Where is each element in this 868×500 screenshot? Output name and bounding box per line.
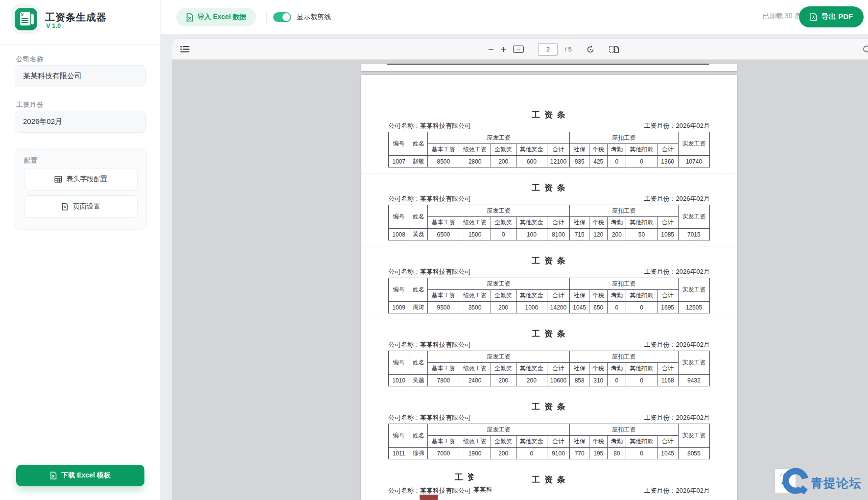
pdf-page: 工 资 条 公司名称：某某科技有限公司 工资月份：2026年02月 编号 姓名 …: [361, 75, 737, 500]
page-settings-button[interactable]: 页面设置: [24, 195, 138, 218]
app-logo-icon: [15, 8, 37, 30]
render-artifact-box: [473, 473, 503, 486]
payslip-section: 工 资 条 公司名称：某某科技有限公司 工资月份：2026年02月 编号 姓名 …: [361, 319, 737, 392]
toolbar-separator: [602, 45, 602, 54]
payslip-section: 工 资 条 公司名称：某某科技有限公司 工资月份：2026年02月 编号 姓名 …: [361, 173, 737, 246]
payslip-company: 公司名称：某某科技有限公司: [388, 121, 471, 130]
pdf-file-icon: [810, 13, 817, 21]
page-settings-label: 页面设置: [73, 202, 100, 211]
payslip-cell: 600: [516, 156, 547, 167]
header-cell: 社保: [570, 290, 589, 302]
rotate-button[interactable]: [586, 45, 595, 54]
payslip-cell: 0: [608, 156, 626, 167]
payslip-cell: 1008: [389, 229, 409, 240]
payslip-title: 工 资 条: [361, 329, 737, 339]
payslip-cell: 10600: [547, 375, 569, 386]
payslip-cell: 0: [626, 448, 657, 459]
header-cell: 个税: [589, 217, 608, 229]
payslip-cell: 935: [570, 156, 589, 167]
payslip-month: 工资月份：2026年02月: [644, 194, 710, 203]
payslip-header-row-2: 基本工资 绩效工资 全勤奖 其他奖金 合计 社保 个税 考勤 其他扣款 合计: [389, 290, 710, 302]
search-button[interactable]: [863, 45, 868, 54]
payslip-month: 工资月份：2026年02月: [644, 267, 710, 276]
salary-month-input[interactable]: [15, 111, 146, 133]
payslip-cell: 1695: [657, 302, 678, 313]
download-excel-template-button[interactable]: 下载 Excel 模板: [16, 465, 144, 486]
payslip-company: 公司名称：某某科技有限公司: [388, 413, 471, 422]
header-cell: 其他奖金: [516, 290, 547, 302]
payslip-cell: 200: [491, 448, 516, 459]
payslip-cell: 吴越: [409, 375, 428, 386]
page-number-input[interactable]: [538, 43, 558, 56]
zoom-out-button[interactable]: −: [488, 45, 494, 54]
header-cell: 个税: [589, 436, 608, 448]
payslip-company: 公司名称：某某科技有限公司: [388, 486, 471, 495]
payslip-roll-icon: [31, 14, 34, 24]
payslip-cell: 12100: [547, 156, 569, 167]
payslip-cell: 14200: [547, 302, 569, 313]
header-cell: 其他奖金: [516, 217, 547, 229]
payslip-cell: 650: [589, 302, 608, 313]
header-name: 姓名: [409, 132, 428, 156]
header-cell: 合计: [657, 436, 678, 448]
payslip-cell: 1085: [657, 229, 678, 240]
header-cell: 合计: [547, 144, 569, 156]
render-artifact-red: [420, 495, 438, 500]
page-layout-button[interactable]: [609, 46, 619, 53]
q-swoosh-icon: [781, 467, 810, 498]
import-excel-button[interactable]: 导入 Excel 数据: [176, 8, 256, 26]
payslip-cell: 1360: [657, 156, 678, 167]
header-cell: 社保: [570, 436, 589, 448]
header-deduct-group: 应扣工资: [570, 278, 679, 290]
header-id: 编号: [389, 132, 409, 156]
header-fields-config-button[interactable]: 表头字段配置: [24, 168, 138, 190]
header-cell: 个税: [589, 290, 608, 302]
header-net: 实发工资: [678, 205, 709, 229]
zoom-in-button[interactable]: +: [501, 45, 507, 54]
payslip-cell: 9500: [428, 302, 459, 313]
app-version: V 1.0: [46, 22, 61, 29]
pdf-viewer-panel: − + ↔ / 5: [172, 39, 868, 500]
payslip-cell: 徐强: [409, 448, 428, 459]
payslip-cell: 1007: [389, 156, 409, 167]
fit-width-button[interactable]: ↔: [513, 46, 524, 53]
header-cell: 绩效工资: [459, 436, 491, 448]
header-deduct-group: 应扣工资: [570, 351, 679, 363]
show-cutline-toggle[interactable]: [273, 12, 291, 22]
payslip-data-row: 1010 吴越 7800 2400 200 200 10600 858 310 …: [389, 375, 710, 386]
loaded-count-badge: 已加载 30 条: [762, 12, 801, 21]
payslip-header-row-2: 基本工资 绩效工资 全勤奖 其他奖金 合计 社保 个税 考勤 其他扣款 合计: [389, 144, 710, 156]
header-cell: 基本工资: [428, 217, 459, 229]
payslip-cell: 7015: [678, 229, 709, 240]
download-excel-template-label: 下载 Excel 模板: [61, 471, 110, 480]
payslip-company: 公司名称：某某科技有限公司: [388, 340, 471, 349]
payslip-header-row-1: 编号 姓名 应发工资 应扣工资 实发工资: [389, 278, 710, 290]
payslip-header-row-1: 编号 姓名 应发工资 应扣工资 实发工资: [389, 424, 710, 436]
header-cell: 基本工资: [428, 436, 459, 448]
payslip-cell: 12505: [678, 302, 709, 313]
header-cell: 基本工资: [428, 363, 459, 375]
header-cell: 个税: [589, 144, 608, 156]
payslip-cell: 1500: [459, 229, 491, 240]
payslip-section: 工 资 条 公司名称：某某科技有限公司 工资月份：2026年02月 编号 姓名 …: [361, 392, 737, 465]
header-id: 编号: [389, 351, 409, 375]
sidebar-toggle-icon[interactable]: [178, 42, 191, 57]
header-cell: 基本工资: [428, 290, 459, 302]
pdf-page-sections: 工 资 条 公司名称：某某科技有限公司 工资月份：2026年02月 编号 姓名 …: [361, 100, 737, 465]
payslip-cell: 200: [608, 229, 626, 240]
payslip-header-row-1: 编号 姓名 应发工资 应扣工资 实发工资: [389, 205, 710, 217]
header-cell: 考勤: [608, 290, 626, 302]
pdf-content-area[interactable]: 工 资 条 公司名称：某某科技有限公司 工资月份：2026年02月 编号 姓名 …: [172, 60, 868, 500]
export-pdf-button[interactable]: 导出 PDF: [799, 6, 864, 27]
list-icon: [180, 46, 189, 53]
company-name-input[interactable]: [15, 65, 146, 87]
header-cell: 绩效工资: [459, 217, 491, 229]
payslip-cell: 200: [491, 302, 516, 313]
header-cell: 其他扣款: [626, 217, 657, 229]
payslip-section: 工 资 条 公司名称：某某科技有限公司 工资月份：2026年02月 编号 姓名 …: [361, 100, 737, 173]
payslip-cell: 9100: [547, 448, 569, 459]
header-earn-group: 应发工资: [428, 205, 570, 217]
page-count: / 5: [564, 46, 571, 53]
excel-file-icon: [186, 13, 193, 22]
header-cell: 合计: [547, 217, 569, 229]
